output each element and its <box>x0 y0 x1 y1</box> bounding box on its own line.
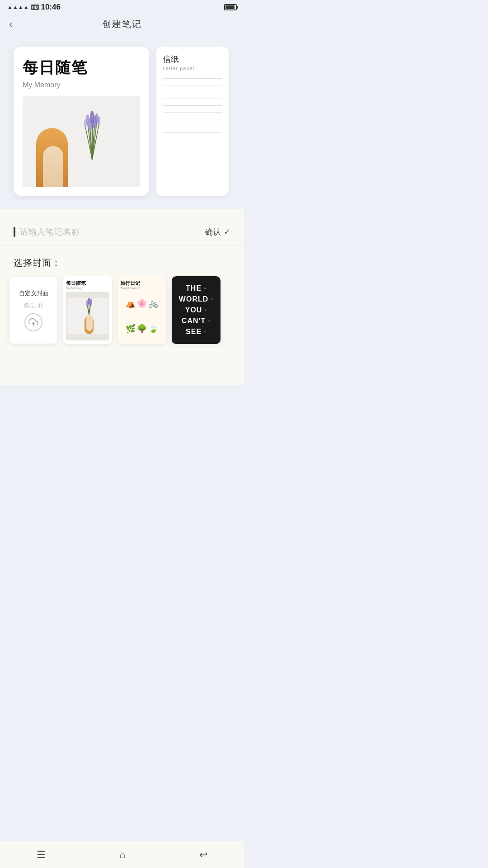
status-left: ▲▲▲▲ HD 10:46 <box>7 3 61 12</box>
main-card-title-en: My Memory <box>23 81 140 89</box>
confirm-label: 确认 <box>205 226 221 237</box>
lines-container <box>163 78 222 133</box>
hd-badge: HD <box>31 5 39 10</box>
bike-icon: 🚲 <box>148 298 158 308</box>
main-card-title-zh: 每日随笔 <box>23 57 140 78</box>
ruled-line <box>163 85 222 85</box>
ruled-line <box>163 105 222 106</box>
world-line3: YOU <box>185 306 202 314</box>
daily-thumb-image <box>66 292 109 340</box>
daily-cover-option[interactable]: 每日随笔 My Memory <box>63 276 112 344</box>
world-line2: WORLD <box>179 295 208 303</box>
signal-icon: ▲▲▲▲ <box>7 4 29 10</box>
daily-thumb-title-en: My Memory <box>66 287 109 290</box>
leaf-icon: 🍃 <box>148 324 158 334</box>
page-title: 创建笔记 <box>102 18 142 30</box>
custom-cover-option[interactable]: 自定义封面 点击上传 <box>9 276 58 344</box>
status-time: 10:46 <box>41 3 61 12</box>
ruled-line <box>163 132 222 133</box>
back-button[interactable]: ‹ <box>9 19 12 30</box>
tent-icon: ⛺ <box>126 298 136 308</box>
custom-cover-label: 自定义封面 <box>19 289 48 297</box>
travel-thumb-title-en: Travel Journal <box>120 287 164 290</box>
dot5: · <box>202 328 206 335</box>
ruled-line <box>163 112 222 113</box>
world-cover-option[interactable]: THE · WORLD · YOU · CAN'T · SEE · <box>172 276 221 344</box>
flower-svg <box>74 101 110 160</box>
svg-rect-17 <box>86 315 93 331</box>
ruled-line <box>163 99 222 99</box>
svg-point-11 <box>90 111 94 124</box>
side-card-title-zh: 信纸 <box>163 54 222 65</box>
svg-point-12 <box>84 119 87 128</box>
travel-cover-option[interactable]: 旅行日记 Travel Journal ⛺ 🌸 🚲 🌿 🌳 🍃 <box>117 276 166 344</box>
plant-icon: 🌿 <box>126 324 136 334</box>
status-bar: ▲▲▲▲ HD 10:46 <box>0 0 244 14</box>
svg-point-13 <box>98 116 100 125</box>
tree-icon: 🌳 <box>137 324 147 334</box>
world-line1: THE <box>186 284 202 292</box>
input-left: 请输入笔记名称 <box>14 226 205 237</box>
confirm-button[interactable]: 确认 ✓ <box>205 226 230 237</box>
ruled-line <box>163 92 222 92</box>
arm-inner <box>43 146 63 187</box>
dot4: · <box>206 317 211 325</box>
header: ‹ 创建笔记 <box>0 14 244 38</box>
cover-select-row: 自定义封面 点击上传 每日随笔 My Memory <box>0 276 244 353</box>
flower-icon: 🌸 <box>137 298 147 308</box>
ruled-line <box>163 78 222 79</box>
warm-section <box>0 209 244 218</box>
travel-thumb-title-zh: 旅行日记 <box>120 280 164 287</box>
carousel-area: 每日随笔 My Memory <box>0 38 244 209</box>
input-row: 请输入笔记名称 确认 ✓ <box>0 218 244 246</box>
ruled-line <box>163 119 222 119</box>
battery-fill <box>225 5 235 9</box>
daily-thumb-svg <box>67 298 108 334</box>
ruled-line <box>163 126 222 126</box>
daily-thumb-title-zh: 每日随笔 <box>66 280 109 287</box>
main-card-image <box>23 96 140 187</box>
travel-thumb-icons: ⛺ 🌸 🚲 🌿 🌳 🍃 <box>120 292 164 340</box>
status-right <box>224 4 237 10</box>
world-line4: CAN'T <box>182 317 206 325</box>
upload-icon <box>24 313 42 331</box>
battery-icon <box>224 4 237 10</box>
check-icon: ✓ <box>224 227 230 237</box>
cover-section-label: 选择封面： <box>0 246 244 276</box>
world-line5: SEE <box>186 328 202 335</box>
custom-cover-hint: 点击上传 <box>23 302 43 309</box>
note-name-input[interactable]: 请输入笔记名称 <box>20 226 80 237</box>
world-thumb-text: THE · WORLD · YOU · CAN'T · SEE · <box>179 283 213 337</box>
side-card-title-en: Letter paper <box>163 66 222 71</box>
dot2: · <box>208 295 213 303</box>
side-cover-card[interactable]: 信纸 Letter paper <box>156 47 229 196</box>
main-cover-card[interactable]: 每日随笔 My Memory <box>14 47 149 196</box>
dot1: · <box>202 284 206 292</box>
flower-scene <box>23 96 140 187</box>
dot3: · <box>202 306 207 314</box>
bottom-spacer <box>0 353 244 385</box>
input-cursor <box>14 227 15 237</box>
carousel-track: 每日随笔 My Memory <box>0 42 244 200</box>
